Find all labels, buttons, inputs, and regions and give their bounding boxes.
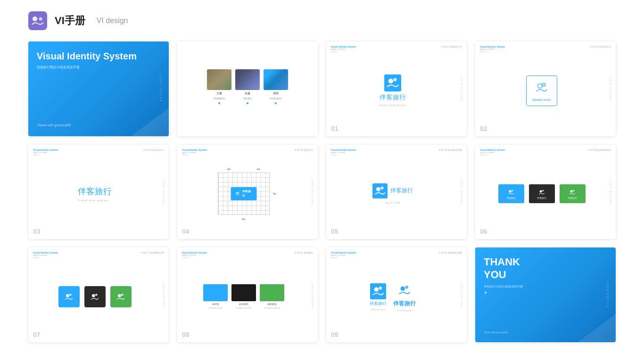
slide-10-page-label: A-02-01 基础颜色	[295, 251, 313, 254]
color-label-green: 辅助颜色	[267, 303, 277, 305]
logo-version-dark: 伴客旅行	[529, 184, 555, 203]
icon-box-blue-07	[58, 286, 80, 307]
slide-6-grid-04[interactable]: Visual Identity System BASIC SYSTEM 基础设计…	[177, 145, 318, 239]
slide-6-page-label: A-01-04 标志设大	[295, 148, 313, 151]
slide-1-deco-triangle	[131, 108, 169, 136]
color-box-green	[260, 284, 284, 301]
app-logo-icon	[28, 11, 47, 30]
slide-3-brand-cn: 伴客旅行	[380, 93, 406, 102]
slide-6-logo-mini	[235, 190, 241, 197]
svg-point-29	[405, 286, 408, 289]
svg-point-26	[374, 287, 379, 291]
slide-7-logo-05[interactable]: Visual Identity System BASIC SYSTEM 基础设计…	[326, 145, 467, 239]
slide-3-logo-01[interactable]: Visual Identity System BASIC SYSTEM 基础设计…	[326, 41, 467, 136]
header-title-cn: VI手册	[55, 14, 85, 28]
slide-9-deco: LOGO DESIGN	[162, 281, 165, 308]
photo-dot-1	[218, 102, 220, 104]
slide-11-logo-right: 伴客旅行 Travel with guests	[393, 282, 416, 312]
slide-11-logo-left: 伴客旅行 Travel with guests	[370, 283, 387, 311]
svg-rect-10	[372, 183, 388, 198]
slide-3-logo-svg	[384, 74, 401, 91]
slide-1-deco-vertical: LOGO DESIGN	[159, 41, 162, 136]
slides-grid: Visual Identity System 智能旅行预定VI视觉系统手册 /T…	[0, 41, 644, 356]
slide-6-label-8a: 8A	[242, 218, 245, 221]
color-box-dark	[231, 284, 256, 301]
slide-1-deco-text: LOGO DESIGN	[159, 75, 162, 102]
photo-box-1	[207, 69, 231, 90]
svg-point-15	[540, 190, 542, 192]
slide-7-brand-cn: 伴客旅行	[390, 187, 413, 195]
photo-label-en-2: BANKE	[244, 97, 252, 100]
color-label-blue: 标准色	[212, 303, 219, 305]
svg-rect-25	[370, 283, 386, 299]
slide-11-brand-cn-left: 伴客旅行	[370, 301, 387, 307]
svg-point-23	[118, 294, 121, 297]
icon-box-dark-07	[84, 286, 106, 307]
photo-dot-2	[247, 102, 248, 104]
slide-8-logo-versions: 伴客旅行 伴客旅行	[498, 184, 586, 203]
color-box-blue	[203, 284, 228, 301]
slide-5-page-label: A-01-03 标志设计大	[143, 148, 164, 151]
svg-point-13	[509, 190, 512, 192]
color-code-green: C:75 M:0 Y:100 K:0	[264, 307, 281, 309]
slide-2-photos[interactable]: 方案 FANGBAN 伙建 BANKE 周招 ZHOUDAO	[177, 41, 318, 136]
color-label-dark: 标准辅色	[239, 303, 248, 305]
slide-11-page-label: A-04-01 基础组合搭配	[439, 251, 462, 254]
logo-box-dark: 伴客旅行	[529, 184, 555, 203]
svg-point-4	[388, 79, 393, 83]
slide-8-deco: LOGO DESIGN	[609, 178, 612, 205]
slide-11-logo-final-09[interactable]: Visual Identity System BASIC SYSTEM 基础设计…	[326, 247, 467, 342]
svg-point-28	[401, 286, 405, 290]
photo-item-3: 周招 ZHOUDAO	[264, 69, 288, 104]
slide-7-page-label: A-01-05 标志规范定量	[439, 148, 462, 151]
svg-point-24	[121, 294, 124, 296]
thankyou-title: THANK YOU	[484, 256, 607, 281]
photo-box-2	[235, 69, 260, 90]
slide-7-num: 05	[331, 228, 339, 235]
slide-5-logo-03[interactable]: Visual Identity System BASIC SYSTEM 基础设计…	[28, 145, 169, 239]
thankyou-deco-triangle	[578, 314, 616, 342]
photo-label-en-1: FANGBAN	[214, 97, 225, 100]
slide-10-colors-08[interactable]: Visual Identity System BASIC SYSTEM 基础设计…	[177, 247, 318, 342]
svg-point-7	[542, 83, 545, 86]
slide-9-num: 07	[33, 331, 41, 338]
slide-4-logo-outline-svg	[534, 80, 550, 96]
slide-7-note: 标志尺寸定量	[386, 201, 400, 204]
slide-10-num: 08	[182, 331, 190, 338]
slide-4-brand-url: banke.com	[532, 98, 551, 102]
slide-2-photo-row: 方案 FANGBAN 伙建 BANKE 周招 ZHOUDAO	[207, 69, 288, 104]
slide-4-page-label: A-01-02 标志设计元	[590, 45, 611, 48]
slide-8-num: 06	[480, 228, 487, 235]
slide-1-subtitle: 智能旅行预定VI视觉系统手册	[37, 65, 160, 70]
slide-1-cover[interactable]: Visual Identity System 智能旅行预定VI视觉系统手册 /T…	[28, 41, 169, 136]
slide-9-icon-versions-07[interactable]: Visual Identity System BASIC SYSTEM 基础设计…	[28, 247, 169, 342]
slide-6-brand-text: 伴客旅行	[242, 189, 253, 198]
slide-4-logo-02[interactable]: Visual Identity System BASIC SYSTEM 基础设计…	[475, 41, 616, 136]
header-title-en: VI design	[97, 16, 128, 25]
photo-item-2: 伙建 BANKE	[235, 69, 260, 104]
logo-text-blue: 伴客旅行	[506, 197, 516, 199]
slide-10-deco: LOGO DESIGN	[311, 281, 314, 308]
thankyou-bullet: ▼	[484, 291, 607, 295]
slide-7-deco: LOGO DESIGN	[460, 178, 463, 205]
svg-rect-0	[28, 11, 47, 30]
slide-8-logo-versions-06[interactable]: Visual Identity System BASIC SYSTEM 基础设计…	[475, 145, 616, 239]
slide-10-header: Visual Identity System BASIC SYSTEM 基础设计	[182, 251, 313, 259]
color-code-dark: C:0 M:0 Y:0 K:100	[236, 307, 251, 309]
slide-12-thankyou[interactable]: THANK YOU 伴客旅行VI智定VI视觉系统手册 ▼ /Travel wit…	[475, 247, 616, 342]
logo-text-green: 伴客旅行	[568, 197, 577, 199]
svg-rect-3	[384, 74, 401, 91]
svg-point-12	[380, 187, 383, 189]
slide-5-brand-en: Travel with guests...	[77, 199, 112, 202]
slide-6-header: Visual Identity System BASIC SYSTEM 基础设计	[182, 148, 313, 156]
slide-11-logo-icon	[370, 283, 386, 299]
logo-version-green: 伴客旅行	[560, 184, 586, 203]
slide-9-page-label: A-01-07 基础图标应用	[141, 251, 164, 254]
slide-7-logo-row: 伴客旅行	[372, 183, 413, 198]
icon-svg-green-07	[115, 291, 126, 303]
slide-11-logo-icon-2	[396, 282, 413, 298]
slide-6-label-6a-top: 6A	[257, 168, 260, 171]
logo-version-blue: 伴客旅行	[498, 184, 524, 203]
svg-point-5	[393, 78, 396, 82]
svg-point-16	[542, 190, 544, 192]
